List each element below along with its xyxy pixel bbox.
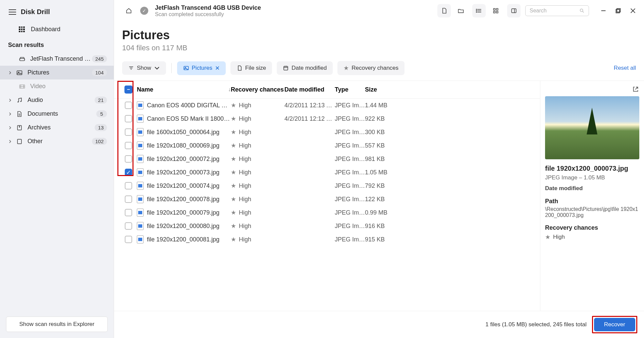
recovery-value: High (239, 129, 251, 136)
scan-status: Scan completed successfully (155, 11, 261, 17)
sidebar-item-pictures[interactable]: Pictures 104 (0, 66, 114, 79)
star-icon: ★ (231, 209, 236, 216)
column-type[interactable]: Type (335, 86, 365, 93)
table-row[interactable]: Canon EOS 5D Mark II 1800x120…★High4/2/2… (114, 112, 540, 125)
audio-icon (16, 97, 23, 104)
file-name: Canon EOS 400D DIGITAL 2400x… (147, 102, 231, 109)
datemod-filter-button[interactable]: Date modified (277, 61, 333, 75)
column-name[interactable]: Name↓ (137, 86, 231, 93)
star-icon: ★ (231, 142, 236, 149)
sidebar-item-documents[interactable]: Documents 5 (0, 107, 114, 121)
panel-toggle-button[interactable] (507, 4, 521, 17)
size-value: 792 KB (365, 182, 398, 189)
recovery-value: High (239, 196, 251, 203)
column-date[interactable]: Date modified (284, 86, 335, 93)
column-size[interactable]: Size (365, 86, 398, 93)
archives-label: Archives (28, 124, 95, 131)
svg-rect-14 (496, 11, 498, 13)
scan-complete-icon: ✓ (140, 7, 148, 15)
file-view-button[interactable] (437, 4, 451, 17)
audio-count: 21 (95, 97, 107, 104)
drive-icon (19, 56, 25, 62)
size-value: 1.05 MB (365, 169, 398, 176)
row-checkbox[interactable] (125, 155, 132, 163)
sidebar-item-video[interactable]: Video (0, 79, 114, 93)
table-row[interactable]: file 1600x1050_000064.jpg★HighJPEG Im…30… (114, 125, 540, 139)
table-row[interactable]: file 1920x1200_000074.jpg★HighJPEG Im…79… (114, 179, 540, 192)
star-icon: ★ (231, 222, 236, 230)
app-title: Disk Drill (21, 8, 50, 16)
row-checkbox[interactable] (125, 128, 132, 136)
list-view-button[interactable] (472, 4, 486, 17)
row-checkbox[interactable] (125, 195, 132, 203)
document-icon (16, 111, 23, 117)
show-in-explorer-button[interactable]: Show scan results in Explorer (6, 317, 108, 332)
size-value: 916 KB (365, 223, 398, 230)
row-checkbox[interactable] (125, 182, 132, 189)
row-checkbox[interactable] (125, 142, 132, 149)
recovery-value: High (239, 115, 251, 122)
file-table: − Name↓ Recovery chances Date modified T… (114, 81, 540, 311)
table-row[interactable]: file 1920x1200_000081.jpg★HighJPEG Im…91… (114, 233, 540, 246)
size-value: 1.44 MB (365, 102, 398, 109)
sidebar-item-archives[interactable]: Archives 13 (0, 121, 114, 134)
reset-all-link[interactable]: Reset all (614, 65, 636, 71)
pictures-filter-chip[interactable]: Pictures ✕ (177, 61, 226, 75)
table-row[interactable]: file 1920x1200_000072.jpg★HighJPEG Im…98… (114, 152, 540, 166)
table-row[interactable]: ✓file 1920x1200_000073.jpg★HighJPEG Im…1… (114, 166, 540, 179)
date-value: 4/2/2011 12:13 A… (284, 102, 335, 109)
filesize-filter-button[interactable]: File size (230, 61, 272, 75)
details-subtitle: JPEG Image – 1.05 MB (545, 174, 639, 181)
chevron-right-icon (8, 71, 12, 75)
svg-rect-0 (20, 58, 25, 61)
archives-count: 13 (95, 124, 107, 131)
size-value: 981 KB (365, 156, 398, 163)
svg-rect-15 (512, 9, 516, 13)
file-icon (137, 142, 144, 150)
close-icon[interactable]: ✕ (215, 65, 220, 72)
select-all-checkbox[interactable]: − (124, 86, 132, 94)
table-row[interactable]: file 1920x1200_000078.jpg★HighJPEG Im…12… (114, 192, 540, 206)
row-checkbox[interactable] (125, 115, 132, 122)
grid-view-button[interactable] (489, 4, 502, 17)
file-name: file 1920x1200_000073.jpg (147, 169, 219, 176)
folder-view-button[interactable] (454, 4, 468, 17)
row-checkbox[interactable] (125, 102, 132, 109)
show-filter-button[interactable]: Show (122, 61, 166, 75)
home-button[interactable] (122, 4, 136, 17)
svg-rect-12 (496, 8, 498, 10)
sidebar-item-audio[interactable]: Audio 21 (0, 93, 114, 107)
maximize-button[interactable] (615, 8, 621, 14)
row-checkbox[interactable]: ✓ (125, 169, 132, 176)
dashboard-link[interactable]: Dashboard (0, 22, 114, 37)
filter-bar: Show Pictures ✕ File size Date modified … (114, 55, 644, 81)
section-scan-results: Scan results (0, 37, 114, 52)
open-external-icon[interactable] (632, 86, 639, 93)
size-value: 922 KB (365, 115, 398, 122)
file-icon (137, 209, 144, 217)
size-value: 122 KB (365, 196, 398, 203)
table-row[interactable]: file 1920x1200_000080.jpg★HighJPEG Im…91… (114, 219, 540, 233)
table-header: − Name↓ Recovery chances Date modified T… (114, 81, 540, 99)
footer: 1 files (1.05 MB) selected, 245 files to… (114, 311, 644, 338)
row-checkbox[interactable] (125, 209, 132, 216)
sidebar-item-other[interactable]: Other 102 (0, 134, 114, 148)
sidebar-device[interactable]: JetFlash Transcend 4GB… 245 (0, 52, 114, 66)
table-row[interactable]: file 1920x1200_000079.jpg★HighJPEG Im…0.… (114, 206, 540, 219)
star-icon: ★ (231, 128, 236, 136)
type-value: JPEG Im… (335, 129, 365, 136)
minimize-button[interactable] (600, 8, 606, 14)
recover-button[interactable]: Recover (594, 318, 635, 331)
audio-label: Audio (28, 97, 95, 104)
other-count: 102 (92, 138, 107, 145)
row-checkbox[interactable] (125, 222, 132, 230)
search-input[interactable]: Search (525, 5, 589, 16)
close-button[interactable] (630, 8, 636, 14)
documents-count: 5 (96, 110, 107, 117)
menu-icon[interactable] (9, 9, 16, 15)
recovery-filter-button[interactable]: ★ Recovery chances (337, 61, 405, 75)
column-recovery[interactable]: Recovery chances (231, 86, 284, 93)
table-row[interactable]: file 1920x1080_000069.jpg★HighJPEG Im…55… (114, 139, 540, 152)
row-checkbox[interactable] (125, 236, 132, 243)
table-row[interactable]: Canon EOS 400D DIGITAL 2400x…★High4/2/20… (114, 99, 540, 112)
